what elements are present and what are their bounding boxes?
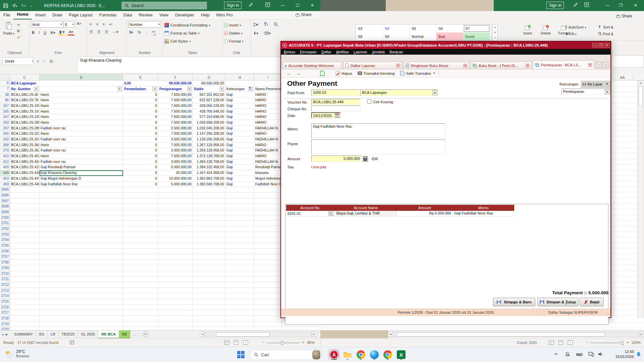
grid-cell[interactable] (10, 327, 40, 330)
column-header-I[interactable]: I (254, 74, 282, 80)
grid-cell[interactable]: 0 (123, 142, 158, 148)
grid-cell[interactable] (123, 260, 158, 265)
grid-cell[interactable] (10, 260, 40, 265)
grid-cell[interactable] (225, 288, 254, 294)
row-header[interactable]: 167 (0, 103, 10, 109)
grid-cell[interactable] (193, 271, 225, 277)
tab-close-icon[interactable]: ✕ (396, 64, 400, 68)
grid-cell[interactable] (40, 327, 123, 330)
grid-cell[interactable] (193, 254, 225, 260)
filter-header[interactable]: Pengurangan▼ (158, 86, 193, 92)
filter-dropdown-icon[interactable]: ▼ (187, 87, 192, 91)
grid-cell[interactable] (254, 254, 282, 260)
voucher-input[interactable]: BCA.LSBU.25.448 (311, 99, 360, 105)
grid-cell[interactable] (10, 310, 40, 316)
alignment-launcher-icon[interactable]: ⌟ (124, 52, 125, 55)
grid-cell[interactable] (40, 209, 123, 215)
row-header[interactable]: 2705 (0, 243, 10, 249)
row-header[interactable]: 330 (0, 131, 10, 137)
percent-style-icon[interactable]: % (137, 30, 142, 37)
grid-cell[interactable]: BCA.LSBU.25.402 (10, 154, 40, 159)
grid-cell[interactable] (40, 265, 123, 271)
grid-cell[interactable]: Hario (40, 103, 123, 109)
ribbon-tab-nitro-pro[interactable]: Nitro Pro (213, 11, 236, 19)
share-button-2[interactable]: Share (616, 14, 632, 18)
sheet-tab--[interactable]: ... (130, 330, 140, 339)
grid-cell[interactable]: Gaji Mogot Haholongan D (40, 176, 123, 182)
filter-header[interactable]: ▼ (40, 86, 123, 92)
grid-cell[interactable]: Gaji (225, 165, 254, 170)
grid-cell[interactable]: 557.331.962,00 (193, 92, 225, 98)
grid-cell[interactable] (254, 316, 282, 321)
grid-cell[interactable] (158, 271, 193, 277)
grid-cell[interactable]: 99.030.000,00 (158, 80, 193, 86)
active-cell[interactable]: Gaji Khasana Cleaning (40, 170, 123, 176)
grid-cell[interactable] (40, 187, 123, 193)
zoom-slider[interactable] (267, 343, 300, 343)
font-name-combo[interactable]: Arial▾ (31, 21, 63, 27)
taskbar-app-accurate[interactable]: A (328, 349, 340, 360)
taskbar-clock[interactable]: 12.50 31/01/2026 (615, 349, 634, 359)
grid-cell[interactable] (254, 277, 282, 282)
grid-cell[interactable] (123, 265, 158, 271)
grid-cell[interactable] (254, 237, 282, 243)
row-header[interactable]: 2706 (0, 249, 10, 254)
cell-style-good[interactable]: Good (463, 33, 490, 41)
button-simpan-baru[interactable]: ✦Simpan & Baru (493, 298, 535, 306)
row-header[interactable]: 449 (0, 170, 10, 176)
grid-cell[interactable]: 3.000.000,00 (158, 137, 193, 142)
grid-cell[interactable]: 1.139.256.208,00 (193, 137, 225, 142)
amount-input[interactable]: 5.000.000 (311, 156, 362, 162)
grid-cell[interactable] (10, 305, 40, 310)
table-header-amount[interactable]: Amount (397, 205, 453, 211)
grid-cell[interactable] (40, 215, 123, 221)
restore-button-2[interactable]: ❐ (615, 0, 627, 11)
grid-cell[interactable]: 328.050.228,00 (193, 103, 225, 109)
cell-style-s8[interactable]: S8 (356, 33, 383, 41)
grid-cell[interactable] (40, 221, 123, 226)
grid-cell[interactable]: Gaji (225, 154, 254, 159)
close-button-2[interactable]: ✕ (630, 0, 641, 11)
view-layout-icon-2[interactable] (558, 340, 564, 345)
grid-cell[interactable]: 1.147.256.208,00 (193, 131, 225, 137)
grid-cell[interactable] (123, 237, 158, 243)
column-header-E[interactable]: E (123, 74, 158, 80)
grid-cell[interactable] (40, 288, 123, 294)
macro-record-icon[interactable] (70, 340, 74, 345)
insert-function-icon[interactable]: fx (50, 59, 53, 64)
grid-cell[interactable]: BCA.LSBU.25.360 (10, 142, 40, 148)
grid-cell[interactable] (225, 215, 254, 221)
bold-button[interactable]: B (31, 30, 36, 35)
grid-cell[interactable] (40, 321, 123, 327)
grid-cell[interactable] (158, 226, 193, 232)
align-left-icon[interactable]: ☰ (89, 29, 94, 35)
new-sheet-button[interactable]: + (143, 331, 148, 337)
accurate-close-icon[interactable]: ✕ (604, 43, 609, 48)
grid-cell[interactable] (254, 327, 282, 330)
grid-cell[interactable] (123, 327, 158, 330)
grid-cell[interactable]: Gaji (225, 92, 254, 98)
grid-cell[interactable] (40, 237, 123, 243)
grid-cell[interactable]: HARIO (254, 131, 282, 137)
delete-cells-big-button[interactable]: Delete (538, 24, 553, 35)
fill-button[interactable]: ⬇ Fill ▾ (565, 32, 576, 36)
grid-cell[interactable]: Gaji (225, 98, 254, 103)
grid-cell[interactable] (225, 232, 254, 238)
scroll-left-icon[interactable]: ◄ (200, 332, 205, 337)
grid-cell[interactable] (193, 237, 225, 243)
grid-cell[interactable]: 7.500.000,00 (158, 120, 193, 126)
clear-icon[interactable]: ⌫▾ (263, 31, 272, 36)
grid-cell[interactable] (193, 209, 225, 215)
payee-textarea[interactable] (311, 139, 445, 154)
grid-cell[interactable] (158, 282, 193, 288)
ribbon-tab-review[interactable]: Review (136, 11, 156, 19)
grid-cell[interactable] (158, 243, 193, 249)
insert-cells-big-button[interactable]: Insert (520, 24, 535, 35)
grid-cell[interactable] (10, 215, 40, 221)
grid-cell[interactable] (225, 254, 254, 260)
insert-cells-button[interactable]: + Insert▾ (224, 21, 249, 29)
rancangan-type-select[interactable]: Pembayaran ▼ (561, 88, 610, 95)
grid-cell[interactable] (10, 282, 40, 288)
grid-cell[interactable] (10, 288, 40, 294)
filter-dropdown-icon[interactable]: ▼ (117, 87, 122, 91)
